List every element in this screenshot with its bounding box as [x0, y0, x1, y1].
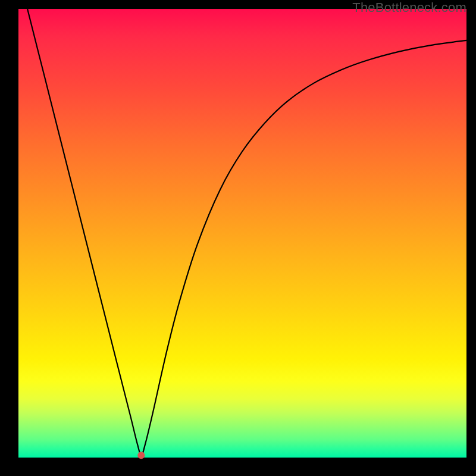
watermark-text: TheBottleneck.com	[352, 0, 466, 15]
chart-container: TheBottleneck.com	[0, 0, 476, 476]
plot-area	[18, 9, 466, 458]
